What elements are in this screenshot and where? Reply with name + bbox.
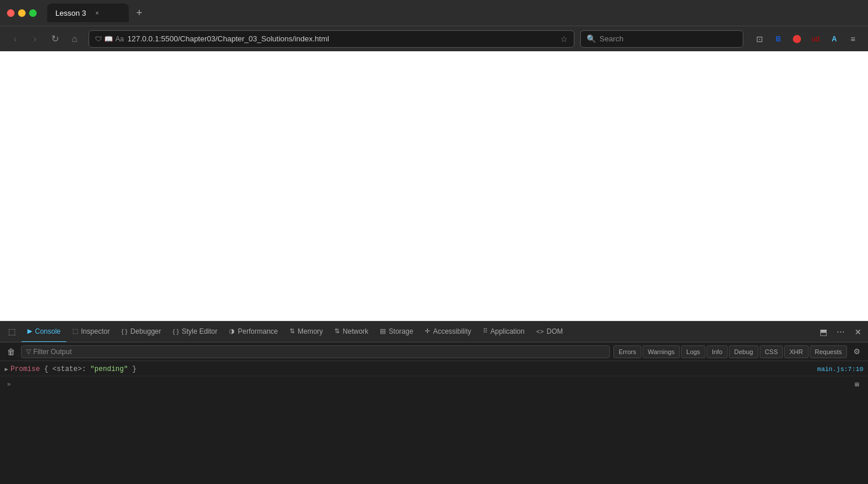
forward-icon: › <box>33 34 36 44</box>
browser-toolbar: ⊡ B ud A ≡ <box>751 31 861 47</box>
tab-dom[interactable]: <> DOM <box>530 322 569 342</box>
close-devtools-button[interactable]: ✕ <box>851 324 866 340</box>
close-devtools-icon: ✕ <box>855 327 862 337</box>
back-button[interactable]: ‹ <box>7 31 23 47</box>
dock-icon: ⬒ <box>820 327 827 337</box>
minimize-button[interactable] <box>18 9 26 17</box>
back-icon: ‹ <box>13 34 16 44</box>
tab-memory[interactable]: ⇅ Memory <box>284 322 329 342</box>
clear-console-button[interactable]: 🗑 <box>5 345 17 358</box>
network-tab-label: Network <box>343 327 368 335</box>
addon3-icon[interactable]: A <box>826 31 842 47</box>
address-bar[interactable]: 🛡 📖 Aa 127.0.0.1:5500/Chapter03/Chapter_… <box>89 30 574 48</box>
close-button[interactable] <box>7 9 15 17</box>
requests-filter-button[interactable]: Requests <box>810 345 847 358</box>
tab-console[interactable]: ▶ Console <box>22 322 66 342</box>
css-filter-button[interactable]: CSS <box>760 345 784 358</box>
search-placeholder: Search <box>599 34 623 43</box>
dom-tab-icon: <> <box>536 328 544 335</box>
tab-close-button[interactable]: × <box>93 9 101 17</box>
console-tab-icon: ▶ <box>27 327 32 335</box>
accessibility-tab-label: Accessibility <box>433 327 471 335</box>
address-icons: 🛡 📖 Aa <box>95 35 124 43</box>
settings-icon: ⚙ <box>853 347 860 356</box>
storage-tab-icon: ▤ <box>380 327 386 335</box>
filter-input[interactable]: ▽ Filter Output <box>21 345 610 358</box>
debug-filter-button[interactable]: Debug <box>729 345 758 358</box>
forward-button[interactable]: › <box>27 31 43 47</box>
tab-style-editor[interactable]: { } Style Editor <box>167 322 224 342</box>
console-promise-text: Promise { <state>: "pending" } <box>10 365 136 373</box>
xhr-filter-button[interactable]: XHR <box>784 345 808 358</box>
home-icon: ⌂ <box>72 34 77 44</box>
info-filter-button[interactable]: Info <box>707 345 728 358</box>
tab-title: Lesson 3 <box>55 9 86 17</box>
devtools-actions: ⬒ ⋯ ✕ <box>816 324 866 340</box>
console-filter-buttons: Errors Warnings Logs Info Debug CSS XHR … <box>613 345 847 358</box>
dock-button[interactable]: ⬒ <box>816 324 831 340</box>
tab-storage[interactable]: ▤ Storage <box>374 322 419 342</box>
more-icon: ⋯ <box>837 327 845 337</box>
titlebar: Lesson 3 × + <box>0 0 868 26</box>
network-tab-icon: ⇅ <box>334 327 340 335</box>
application-tab-icon: ⠿ <box>483 327 488 335</box>
tab-application[interactable]: ⠿ Application <box>477 322 531 342</box>
addon1-icon[interactable] <box>789 31 805 47</box>
url-display: 127.0.0.1:5500/Chapter03/Chapter_03_Solu… <box>128 34 557 43</box>
tab-debugger[interactable]: { } Debugger <box>115 322 167 342</box>
reload-icon: ↻ <box>51 33 59 44</box>
logs-filter-button[interactable]: Logs <box>681 345 705 358</box>
storage-tab-label: Storage <box>389 327 413 335</box>
new-tab-button[interactable]: + <box>131 5 147 21</box>
errors-filter-button[interactable]: Errors <box>613 345 641 358</box>
accessibility-tab-icon: ✛ <box>425 327 430 335</box>
console-file-link[interactable]: main.js:7:10 <box>817 366 863 373</box>
tab-accessibility[interactable]: ✛ Accessibility <box>419 322 477 342</box>
addon2-icon[interactable]: ud <box>807 31 824 47</box>
pocket-icon[interactable]: ⊡ <box>751 31 768 47</box>
more-actions-button[interactable]: ⋯ <box>833 324 848 340</box>
performance-tab-icon: ◑ <box>229 327 235 335</box>
browser-tab[interactable]: Lesson 3 × <box>47 3 129 22</box>
tab-performance[interactable]: ◑ Performance <box>223 322 284 342</box>
memory-tab-label: Memory <box>298 327 323 335</box>
multiline-icon[interactable]: » <box>7 381 11 388</box>
inspector-tab-label: Inspector <box>81 327 110 335</box>
console-toolbar: 🗑 ▽ Filter Output Errors Warnings Logs I… <box>0 342 868 361</box>
maximize-button[interactable] <box>29 9 37 17</box>
reader-icon: 📖 <box>104 35 113 43</box>
application-tab-label: Application <box>491 327 525 335</box>
menu-button[interactable]: ≡ <box>845 31 861 47</box>
home-button[interactable]: ⌂ <box>66 31 83 47</box>
warnings-filter-button[interactable]: Warnings <box>643 345 680 358</box>
expand-arrow-icon[interactable]: ▶ <box>5 366 8 373</box>
translate-icon: Aa <box>115 35 124 43</box>
devtools-tab-bar: ⬚ ▶ Console ⬚ Inspector { } Debugger { }… <box>0 322 868 342</box>
traffic-lights <box>7 9 37 17</box>
tab-inspector[interactable]: ⬚ Inspector <box>66 322 115 342</box>
hamburger-icon: ≡ <box>851 34 855 44</box>
console-tab-label: Console <box>35 327 61 335</box>
bitwarden-icon[interactable]: B <box>770 31 786 47</box>
style-editor-tab-label: Style Editor <box>182 327 217 335</box>
debugger-tab-icon: { } <box>121 328 127 335</box>
filter-placeholder: Filter Output <box>33 348 72 356</box>
trash-icon: 🗑 <box>7 347 15 356</box>
devtools-pick-element[interactable]: ⬚ <box>2 322 22 342</box>
multiline-toggle[interactable]: ⊞ <box>851 378 863 391</box>
navbar: ‹ › ↻ ⌂ 🛡 📖 Aa 127.0.0.1:5500/Chapter03/… <box>0 26 868 51</box>
filter-icon: ▽ <box>26 348 31 355</box>
console-settings-button[interactable]: ⚙ <box>851 345 863 358</box>
shield-icon: 🛡 <box>95 35 102 43</box>
url-text: 127.0.0.1:5500/Chapter03/Chapter_03_Solu… <box>128 34 329 43</box>
bookmark-icon[interactable]: ☆ <box>560 34 568 44</box>
console-output: ▶ Promise { <state>: "pending" } main.js… <box>0 361 868 484</box>
tab-network[interactable]: ⇅ Network <box>329 322 374 342</box>
search-bar[interactable]: 🔍 Search <box>580 30 743 48</box>
memory-tab-icon: ⇅ <box>290 327 295 335</box>
devtools: ⬚ ▶ Console ⬚ Inspector { } Debugger { }… <box>0 321 868 484</box>
main-content <box>0 51 868 321</box>
search-icon: 🔍 <box>587 34 596 43</box>
pick-element-icon: ⬚ <box>8 327 16 336</box>
reload-button[interactable]: ↻ <box>47 31 63 47</box>
